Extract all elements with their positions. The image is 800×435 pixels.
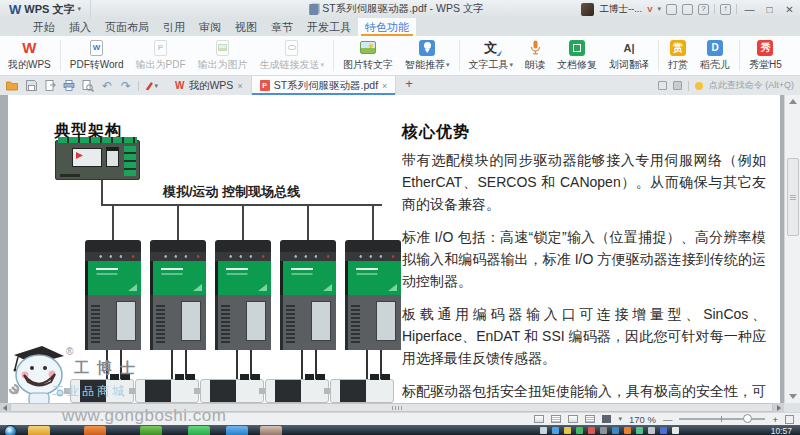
document-area: 典型架构 模拟/运动 控制现场总线 bbox=[0, 95, 800, 403]
tab-home[interactable]: 开始 bbox=[26, 18, 62, 36]
doc-repair-button[interactable]: 文档修复 bbox=[551, 36, 603, 75]
scroll-left-button[interactable] bbox=[0, 403, 10, 412]
tray-icon[interactable] bbox=[552, 427, 559, 434]
tray-icon[interactable] bbox=[600, 427, 607, 434]
tray-icon[interactable] bbox=[612, 427, 619, 434]
tray-icon[interactable] bbox=[588, 427, 595, 434]
divider bbox=[688, 81, 689, 91]
smart-recommend-button[interactable]: 智能推荐▾ bbox=[399, 36, 456, 75]
tray-icon[interactable] bbox=[540, 427, 547, 434]
tab-review[interactable]: 审阅 bbox=[192, 18, 228, 36]
tab-section[interactable]: 章节 bbox=[264, 18, 300, 36]
user-name[interactable]: 工博士--... bbox=[599, 3, 642, 16]
tray-icon[interactable] bbox=[576, 427, 583, 434]
title-bar-controls: 工博士--... V ▾ ? ↑ — □ ✕ bbox=[581, 0, 797, 18]
chevron-down-icon[interactable]: ▾ bbox=[657, 5, 661, 13]
tray-icon[interactable] bbox=[660, 427, 667, 434]
servo-motor bbox=[330, 379, 394, 403]
print-preview-icon[interactable] bbox=[81, 79, 95, 93]
print-icon[interactable] bbox=[62, 79, 76, 93]
taskbar-app-icon[interactable] bbox=[188, 426, 210, 435]
app-name: WPS 文字 bbox=[24, 2, 74, 17]
export-icon[interactable] bbox=[43, 79, 57, 93]
export-pdf-button[interactable]: P 输出为PDF bbox=[130, 36, 192, 75]
help-icon[interactable]: ? bbox=[698, 4, 709, 15]
fullscreen-icon[interactable] bbox=[785, 415, 794, 424]
wps-app-button[interactable]: W WPS 文字 ▾ bbox=[0, 0, 91, 18]
pdf-icon: P bbox=[260, 80, 270, 91]
taskbar-app-icon[interactable] bbox=[226, 426, 248, 435]
docer-button[interactable]: D 稻壳儿 bbox=[694, 36, 736, 75]
minimize-button[interactable]: — bbox=[742, 2, 757, 16]
ribbon-tab-bar: 开始 插入 页面布局 引用 审阅 视图 章节 开发工具 特色功能 bbox=[0, 18, 800, 36]
taskbar-app-icon[interactable] bbox=[84, 426, 106, 435]
skin-icon[interactable] bbox=[666, 4, 677, 15]
save-icon[interactable] bbox=[24, 79, 38, 93]
format-brush-icon[interactable]: ▾ bbox=[144, 79, 158, 93]
taskbar-photo-icon[interactable] bbox=[260, 426, 282, 435]
avatar[interactable] bbox=[581, 3, 594, 16]
store-icon[interactable] bbox=[682, 4, 693, 15]
tray-icon[interactable] bbox=[624, 427, 631, 434]
tray-icon[interactable] bbox=[564, 427, 571, 434]
scroll-right-button[interactable] bbox=[774, 403, 784, 412]
image-to-text-button[interactable]: 图片转文字 bbox=[337, 36, 399, 75]
tab-developer[interactable]: 开发工具 bbox=[300, 18, 358, 36]
close-tab-icon[interactable]: × bbox=[237, 81, 242, 91]
page-background-icon[interactable] bbox=[602, 415, 611, 423]
two-page-view-icon[interactable] bbox=[568, 415, 578, 423]
tray-icon[interactable] bbox=[672, 427, 679, 434]
document-icon bbox=[309, 4, 318, 15]
undo-icon[interactable]: ↶ bbox=[100, 79, 114, 93]
find-command-hint[interactable]: 点此查找命令 (Alt+Q) bbox=[709, 79, 794, 92]
tab-special-features[interactable]: 特色功能 bbox=[358, 18, 416, 36]
taskbar-app-icon[interactable] bbox=[140, 426, 162, 435]
wps-icon: W bbox=[175, 80, 184, 91]
fieldbus-label: 模拟/运动 控制现场总线 bbox=[163, 183, 300, 201]
wps-logo-icon: W bbox=[9, 2, 21, 17]
start-button[interactable] bbox=[4, 425, 17, 435]
open-folder-icon[interactable] bbox=[5, 79, 19, 93]
redo-icon[interactable]: ↷ bbox=[119, 79, 133, 93]
fit-page-icon[interactable] bbox=[534, 415, 544, 423]
vertical-scrollbar[interactable] bbox=[784, 95, 800, 403]
tab-view[interactable]: 视图 bbox=[228, 18, 264, 36]
tab-references[interactable]: 引用 bbox=[156, 18, 192, 36]
reward-button[interactable]: 赏 打赏 bbox=[662, 36, 694, 75]
bus-drop-line bbox=[372, 206, 374, 240]
zoom-slider[interactable] bbox=[679, 418, 765, 420]
single-page-view-icon[interactable] bbox=[551, 415, 561, 423]
close-button[interactable]: ✕ bbox=[782, 2, 797, 16]
doc-mode-icon[interactable] bbox=[658, 81, 667, 90]
scroll-up-button[interactable] bbox=[785, 95, 800, 107]
pdf-to-word-button[interactable]: W PDF转Word bbox=[64, 36, 130, 75]
text-tool-button[interactable]: 文 文字工具▾ bbox=[463, 36, 520, 75]
layout-mode-icon[interactable] bbox=[673, 81, 682, 90]
new-tab-button[interactable]: + bbox=[396, 76, 422, 95]
tab-my-wps[interactable]: W 我的WPS × bbox=[167, 76, 252, 95]
close-tab-icon[interactable]: × bbox=[382, 81, 387, 91]
chevron-down-icon[interactable]: ▾ bbox=[618, 415, 622, 423]
zoom-in-button[interactable]: + bbox=[772, 414, 778, 425]
maximize-button[interactable]: □ bbox=[762, 2, 777, 16]
share-link-button[interactable]: 生成链接发送▾ bbox=[254, 36, 331, 75]
ribbon-collapse-icon[interactable]: ↑ bbox=[720, 4, 731, 15]
continuous-view-icon[interactable] bbox=[585, 415, 595, 423]
vertical-scroll-thumb[interactable] bbox=[787, 158, 799, 236]
xiutang-h5-button[interactable]: 秀 秀堂H5 bbox=[743, 36, 788, 75]
tab-insert[interactable]: 插入 bbox=[62, 18, 98, 36]
tray-icon[interactable] bbox=[648, 427, 655, 434]
read-aloud-button[interactable]: 朗读 bbox=[519, 36, 551, 75]
zoom-slider-knob[interactable] bbox=[743, 414, 752, 423]
taskbar-clock[interactable]: 10:57 bbox=[771, 426, 792, 435]
tab-page-layout[interactable]: 页面布局 bbox=[98, 18, 156, 36]
tab-pdf-document[interactable]: P ST系列伺服驱动器.pdf × bbox=[252, 76, 397, 95]
zoom-out-button[interactable]: — bbox=[663, 414, 673, 425]
tray-icon[interactable] bbox=[636, 427, 643, 434]
scroll-down-button[interactable] bbox=[785, 391, 800, 403]
taskbar-folder-icon[interactable] bbox=[28, 426, 50, 435]
export-image-button[interactable]: 输出为图片 bbox=[192, 36, 254, 75]
my-wps-button[interactable]: W 我的WPS bbox=[2, 36, 57, 75]
translate-button[interactable]: A| 划词翻译 bbox=[603, 36, 655, 75]
bus-drop-line bbox=[242, 206, 244, 240]
